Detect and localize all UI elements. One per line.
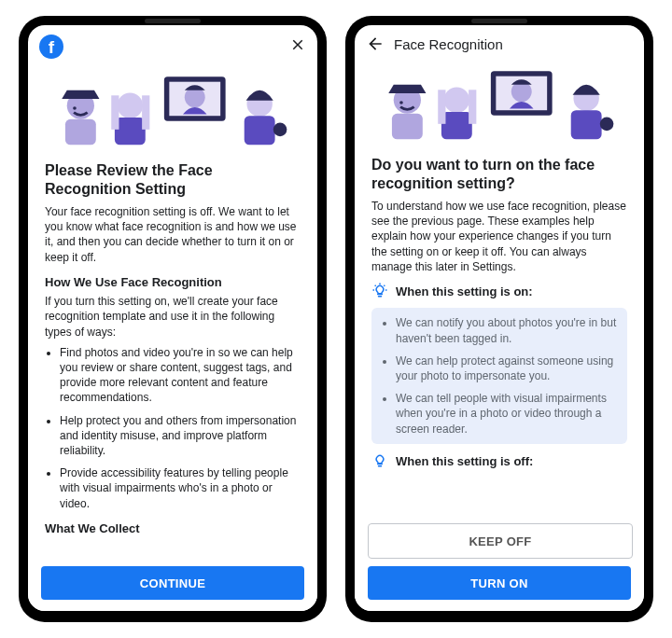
svg-point-18 <box>444 88 469 113</box>
svg-point-13 <box>273 123 287 137</box>
section2-heading: What We Collect <box>45 520 301 537</box>
page-title: Do you want to turn on the face recognit… <box>371 156 627 193</box>
back-arrow-icon[interactable] <box>366 35 385 53</box>
list-item: We can tell people with visual impairmen… <box>396 391 618 437</box>
section-intro: If you turn this setting on, we'll creat… <box>45 294 301 340</box>
setting-off-heading: When this setting is off: <box>371 451 627 473</box>
list-item: We can help protect against someone usin… <box>396 354 618 383</box>
list-item: Provide accessibility features by tellin… <box>60 465 301 511</box>
topbar: f <box>28 25 317 62</box>
svg-rect-21 <box>469 90 476 124</box>
phone-frame-right: Face Recognition <box>345 16 653 622</box>
topbar: Face Recognition <box>355 25 644 57</box>
svg-rect-12 <box>245 116 275 145</box>
svg-point-27 <box>600 118 614 132</box>
bottom-bar: KEEP OFF TURN ON <box>355 516 644 611</box>
svg-rect-26 <box>571 110 602 139</box>
turn-on-button[interactable]: TURN ON <box>368 566 631 600</box>
intro-text: To understand how we use face recognitio… <box>371 199 627 274</box>
svg-rect-20 <box>438 90 445 124</box>
svg-rect-19 <box>441 112 472 139</box>
svg-rect-5 <box>115 118 146 145</box>
section-heading: How We Use Face Recognition <box>45 274 301 291</box>
lightbulb-on-icon <box>371 282 388 303</box>
setting-on-label: When this setting is on: <box>396 284 533 300</box>
content-scroll: Do you want to turn on the face recognit… <box>355 148 644 516</box>
list-item: We can notify you about photos you're in… <box>396 315 618 345</box>
bottom-bar: CONTINUE <box>28 559 317 611</box>
setting-off-label: When this setting is off: <box>396 453 533 470</box>
svg-point-4 <box>118 93 143 118</box>
phone-frame-left: f <box>19 16 327 622</box>
hero-illustration <box>355 57 644 148</box>
list-item: Help protect you and others from imperso… <box>60 413 301 459</box>
list-item: Find photos and video you're in so we ca… <box>60 345 301 406</box>
page-title: Please Review the Face Recognition Setti… <box>45 161 301 199</box>
svg-rect-16 <box>392 114 423 139</box>
svg-rect-7 <box>142 95 149 130</box>
setting-on-info-box: We can notify you about photos you're in… <box>371 308 627 443</box>
screen-2: Face Recognition <box>355 25 644 611</box>
keep-off-button[interactable]: KEEP OFF <box>368 523 633 559</box>
svg-point-17 <box>399 101 403 104</box>
continue-button[interactable]: CONTINUE <box>41 566 304 600</box>
setting-on-heading: When this setting is on: <box>371 282 627 303</box>
facebook-logo-icon: f <box>39 35 63 59</box>
header-title: Face Recognition <box>394 36 503 52</box>
intro-text: Your face recognition setting is off. We… <box>45 204 301 265</box>
close-icon[interactable] <box>289 36 306 57</box>
svg-rect-2 <box>65 119 96 145</box>
content-scroll: Please Review the Face Recognition Setti… <box>28 154 317 559</box>
svg-point-3 <box>73 106 77 110</box>
screen-1: f <box>28 25 317 611</box>
svg-rect-6 <box>111 95 119 130</box>
lightbulb-off-icon <box>371 451 388 473</box>
hero-illustration <box>28 62 317 154</box>
